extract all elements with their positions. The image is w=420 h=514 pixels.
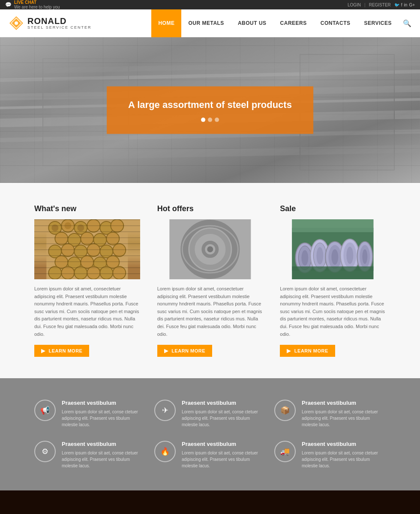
feature-heading-0: What's new <box>34 204 140 213</box>
service-content-5: Praesent vestibulum Lorem ipsum dolor si… <box>302 441 386 469</box>
feature-text-0: Lorem ipsum dolor sit amet, consectetuer… <box>34 285 140 338</box>
svg-point-63 <box>332 249 339 265</box>
nav-about-us[interactable]: ABOUT US <box>231 9 273 37</box>
svg-rect-14 <box>46 219 128 279</box>
live-chat-text: LIVE CHAT We are here to help you <box>14 0 60 9</box>
svg-point-41 <box>61 266 74 279</box>
svg-point-20 <box>77 224 84 231</box>
hero-dot-3[interactable] <box>215 117 219 122</box>
logo-text: RONALD STEEL SERVICE CENTER <box>27 16 92 30</box>
arrow-icon-0: ▶ <box>41 348 45 354</box>
svg-point-24 <box>55 232 68 245</box>
hero-title: A large assortment of steel products <box>128 99 292 112</box>
coil-svg <box>157 219 263 279</box>
svg-point-38 <box>93 257 106 270</box>
learn-more-btn-1[interactable]: ▶ LEARN MORE <box>157 345 212 357</box>
service-title-2: Praesent vestibulum <box>302 400 386 406</box>
feature-heading-1: Hot offers <box>157 204 263 213</box>
svg-point-42 <box>74 266 87 279</box>
feature-hot-offers: Hot offers Lorem ipsum dolor sit amet, c… <box>157 204 263 357</box>
service-text-5: Lorem ipsum dolor sit aet, conse ctetuer… <box>302 450 386 469</box>
social-linkedin[interactable]: in <box>404 3 408 7</box>
svg-rect-13 <box>300 54 394 170</box>
svg-point-44 <box>100 266 113 279</box>
svg-point-31 <box>74 245 87 258</box>
search-icon[interactable]: 🔍 <box>403 19 411 27</box>
hero-dots[interactable] <box>128 117 292 122</box>
svg-point-16 <box>51 224 58 231</box>
svg-point-18 <box>64 222 71 229</box>
features-grid: What's new <box>34 204 386 357</box>
brand-name: RONALD <box>27 16 92 26</box>
service-item-3: ⚙ Praesent vestibulum Lorem ipsum dolor … <box>34 441 146 469</box>
svg-point-15 <box>48 221 61 234</box>
svg-point-39 <box>106 256 119 269</box>
svg-point-27 <box>93 233 106 246</box>
svg-point-25 <box>68 233 81 246</box>
services-section: 📢 Praesent vestibulum Lorem ipsum dolor … <box>0 378 420 490</box>
svg-point-35 <box>55 256 68 269</box>
svg-point-66 <box>347 247 354 264</box>
live-chat-sub: We are here to help you <box>14 5 60 9</box>
svg-point-22 <box>100 221 113 234</box>
service-content-0: Praesent vestibulum Lorem ipsum dolor si… <box>62 400 146 428</box>
hero-dot-2[interactable] <box>208 117 212 122</box>
svg-point-69 <box>363 249 368 264</box>
social-twitter[interactable]: 🐦 <box>394 3 399 7</box>
register-link[interactable]: REGISTER <box>369 3 391 7</box>
learn-more-btn-2[interactable]: ▶ LEARN MORE <box>280 345 335 357</box>
service-content-1: Praesent vestibulum Lorem ipsum dolor si… <box>182 400 266 428</box>
social-facebook[interactable]: f <box>401 3 402 7</box>
services-grid: 📢 Praesent vestibulum Lorem ipsum dolor … <box>34 400 386 469</box>
rolls-svg <box>280 219 386 279</box>
feature-text-2: Lorem ipsum dolor sit amet, consectetuer… <box>280 285 386 338</box>
logo-icon <box>9 15 24 31</box>
features-section: What's new <box>0 183 420 378</box>
svg-point-57 <box>302 250 309 266</box>
service-item-0: 📢 Praesent vestibulum Lorem ipsum dolor … <box>34 400 146 428</box>
svg-rect-71 <box>292 266 374 279</box>
login-link[interactable]: LOGIN <box>348 3 361 7</box>
feature-whats-new: What's new <box>34 204 140 357</box>
service-title-0: Praesent vestibulum <box>62 400 146 406</box>
hero-section: A large assortment of steel products <box>0 37 420 183</box>
svg-point-23 <box>111 219 123 232</box>
service-content-2: Praesent vestibulum Lorem ipsum dolor si… <box>302 400 386 428</box>
learn-more-label-2: LEARN MORE <box>294 348 328 353</box>
nav-our-metals[interactable]: OUR METALS <box>181 9 231 37</box>
arrow-icon-2: ▶ <box>287 348 291 354</box>
service-text-0: Lorem ipsum dolor sit aet, conse ctetuer… <box>62 409 146 428</box>
service-item-4: 🔥 Praesent vestibulum Lorem ipsum dolor … <box>154 441 266 469</box>
service-text-1: Lorem ipsum dolor sit aet, conse ctetuer… <box>182 409 266 428</box>
svg-point-32 <box>87 244 100 257</box>
service-icon-5: 🚚 <box>274 441 296 462</box>
learn-more-btn-0[interactable]: ▶ LEARN MORE <box>34 345 89 357</box>
feature-text-1: Lorem ipsum dolor sit amet, consectetuer… <box>157 285 263 338</box>
nav-services[interactable]: SERVICES <box>357 9 399 37</box>
rods-svg <box>34 219 140 279</box>
social-google[interactable]: G+ <box>409 3 415 7</box>
nav-contacts[interactable]: CONTACTS <box>314 9 357 37</box>
svg-point-2 <box>15 21 18 25</box>
cta-overlay <box>0 490 420 514</box>
svg-point-17 <box>61 219 74 232</box>
svg-point-33 <box>100 245 113 258</box>
brand-sub: STEEL SERVICE CENTER <box>27 26 92 30</box>
top-bar-right: LOGIN | REGISTER 🐦 f in G+ <box>348 3 415 7</box>
service-content-3: Praesent vestibulum Lorem ipsum dolor si… <box>62 441 146 469</box>
header: RONALD STEEL SERVICE CENTER HOME OUR MET… <box>0 9 420 37</box>
nav-home[interactable]: HOME <box>151 9 181 37</box>
service-title-5: Praesent vestibulum <box>302 441 386 447</box>
svg-point-34 <box>113 244 126 257</box>
feature-image-2 <box>280 219 386 279</box>
service-icon-3: ⚙ <box>34 441 56 462</box>
svg-point-43 <box>87 266 100 279</box>
svg-point-19 <box>74 221 87 234</box>
svg-point-37 <box>81 256 93 269</box>
logo: RONALD STEEL SERVICE CENTER <box>9 15 92 31</box>
social-icons: 🐦 f in G+ <box>394 3 415 7</box>
svg-point-45 <box>113 266 126 279</box>
hero-dot-1[interactable] <box>201 117 205 122</box>
service-text-2: Lorem ipsum dolor sit aet, conse ctetuer… <box>302 409 386 428</box>
nav-careers[interactable]: CAREERS <box>273 9 314 37</box>
